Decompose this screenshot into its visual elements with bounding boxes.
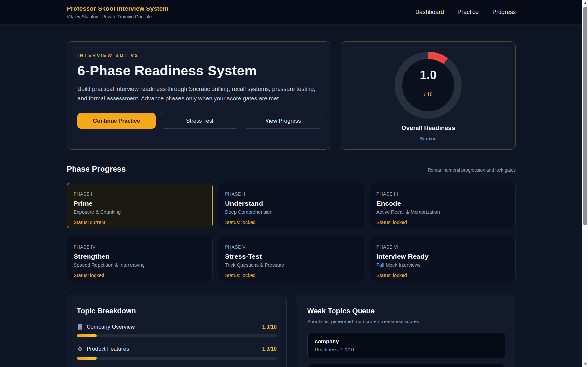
weak-topic-readiness: Readiness: 1.0/10	[315, 347, 498, 352]
topic-progress-fill	[77, 334, 97, 337]
topic-score: 1.0/10	[262, 346, 277, 352]
phase-card-3[interactable]: PHASE III Encode Active Recall & Memoriz…	[370, 183, 516, 228]
topic-name: Company Overview	[87, 324, 135, 330]
hero-actions: Continue Practice Stress Test View Progr…	[77, 113, 320, 129]
building-icon	[77, 324, 83, 330]
topic-progress-fill	[77, 357, 97, 360]
phase-title: Prime	[74, 200, 206, 207]
stress-test-button[interactable]: Stress Test	[161, 113, 239, 129]
phase-status: Status: locked	[376, 219, 509, 225]
hero-title: 6-Phase Readiness System	[77, 63, 320, 79]
scrollbar-thumb[interactable]	[583, 7, 587, 225]
readiness-status: Starting	[420, 136, 437, 141]
scroll-up-arrow-icon[interactable]	[582, 0, 588, 6]
phase-status: Status: current	[74, 219, 206, 225]
hero-eyebrow: INTERVIEW BOT V2	[77, 53, 320, 58]
app-title: Professor Skool Interview System	[67, 5, 169, 12]
phase-status: Status: locked	[225, 272, 357, 278]
topic-row-company-overview: Company Overview 1.0/10	[77, 324, 277, 337]
phase-label: PHASE III	[376, 191, 509, 197]
phase-subtitle: Trick Questions & Pressure	[225, 262, 357, 268]
topic-score: 1.0/10	[262, 324, 277, 330]
view-progress-button[interactable]: View Progress	[244, 113, 322, 129]
phase-status: Status: locked	[225, 219, 357, 225]
phase-status: Status: locked	[74, 272, 206, 278]
phase-subtitle: Active Recall & Memorization	[376, 209, 509, 215]
app-subtitle: Vitaley Shaulov - Private Training Conso…	[67, 14, 169, 19]
phase-label: PHASE II	[225, 191, 357, 197]
main-nav: Dashboard Practice Progress	[415, 9, 516, 16]
continue-practice-button[interactable]: Continue Practice	[77, 113, 156, 129]
phase-title: Strengthen	[74, 253, 206, 260]
phase-label: PHASE V	[225, 244, 357, 250]
phase-grid: PHASE I Prime Exposure & Chunking Status…	[67, 183, 516, 281]
phase-subtitle: Spaced Repetition & Interleaving	[74, 262, 206, 268]
phase-title: Encode	[376, 200, 509, 207]
scroll-down-arrow-icon[interactable]	[582, 361, 588, 367]
brand-block: Professor Skool Interview System Vitaley…	[67, 5, 169, 19]
gauge-inner-circle: 1.0 / 10	[402, 59, 454, 111]
hero-card: INTERVIEW BOT V2 6-Phase Readiness Syste…	[67, 41, 330, 150]
readiness-card: 1.0 / 10 Overall Readiness Starting	[341, 41, 516, 150]
topic-row-product-features: Product Features 1.0/10	[77, 346, 277, 360]
hero-description: Build practical interview readiness thro…	[77, 85, 320, 103]
phase-card-2[interactable]: PHASE II Understand Deep Comprehension S…	[218, 183, 364, 228]
phase-label: PHASE VI	[376, 244, 509, 250]
topic-label: Company Overview	[77, 324, 135, 330]
phase-card-4[interactable]: PHASE IV Strengthen Spaced Repetition & …	[67, 236, 213, 281]
topic-breakdown-panel: Topic Breakdown Company Overview 1.0/10	[67, 295, 287, 367]
phase-section-header: Phase Progress Roman numeral progression…	[67, 164, 516, 174]
topic-breakdown-title: Topic Breakdown	[77, 307, 277, 315]
topic-label: Product Features	[77, 346, 129, 352]
nav-progress[interactable]: Progress	[492, 9, 516, 16]
gear-icon	[77, 346, 83, 352]
phase-subtitle: Full Mock Interviews	[376, 262, 509, 268]
topic-progress-track	[77, 357, 277, 360]
readiness-score: 1.0	[420, 68, 436, 82]
weak-topic-item-partial[interactable]	[307, 364, 505, 367]
phase-section-note: Roman numeral progression and lock gates	[428, 167, 516, 173]
phase-label: PHASE I	[74, 191, 206, 197]
top-header: Professor Skool Interview System Vitaley…	[0, 0, 582, 25]
weak-topics-subtitle: Priority list generated from current rea…	[307, 319, 505, 324]
phase-status: Status: locked	[376, 272, 509, 278]
weak-topics-title: Weak Topics Queue	[307, 307, 505, 315]
phase-card-5[interactable]: PHASE V Stress-Test Trick Questions & Pr…	[218, 236, 364, 281]
readiness-max: / 10	[424, 92, 433, 98]
weak-topics-panel: Weak Topics Queue Priority list generate…	[297, 295, 515, 367]
phase-card-6[interactable]: PHASE VI Interview Ready Full Mock Inter…	[370, 236, 516, 281]
topic-progress-track	[77, 334, 277, 337]
phase-section-title: Phase Progress	[67, 164, 126, 174]
phase-card-1[interactable]: PHASE I Prime Exposure & Chunking Status…	[67, 183, 213, 228]
nav-practice[interactable]: Practice	[458, 9, 479, 16]
phase-title: Stress-Test	[225, 253, 357, 260]
phase-title: Understand	[225, 200, 357, 207]
nav-dashboard[interactable]: Dashboard	[415, 9, 444, 16]
weak-topic-name: company	[315, 338, 498, 345]
readiness-gauge: 1.0 / 10	[395, 52, 462, 119]
page: Professor Skool Interview System Vitaley…	[0, 0, 582, 367]
phase-subtitle: Deep Comprehension	[225, 209, 357, 215]
phase-subtitle: Exposure & Chunking	[74, 209, 206, 215]
readiness-label: Overall Readiness	[402, 125, 455, 132]
main-content: INTERVIEW BOT V2 6-Phase Readiness Syste…	[67, 25, 516, 367]
vertical-scrollbar[interactable]	[582, 0, 588, 367]
topic-name: Product Features	[87, 346, 129, 352]
phase-label: PHASE IV	[74, 244, 206, 250]
weak-topic-item-company[interactable]: company Readiness: 1.0/10	[307, 333, 505, 358]
phase-title: Interview Ready	[376, 253, 509, 260]
